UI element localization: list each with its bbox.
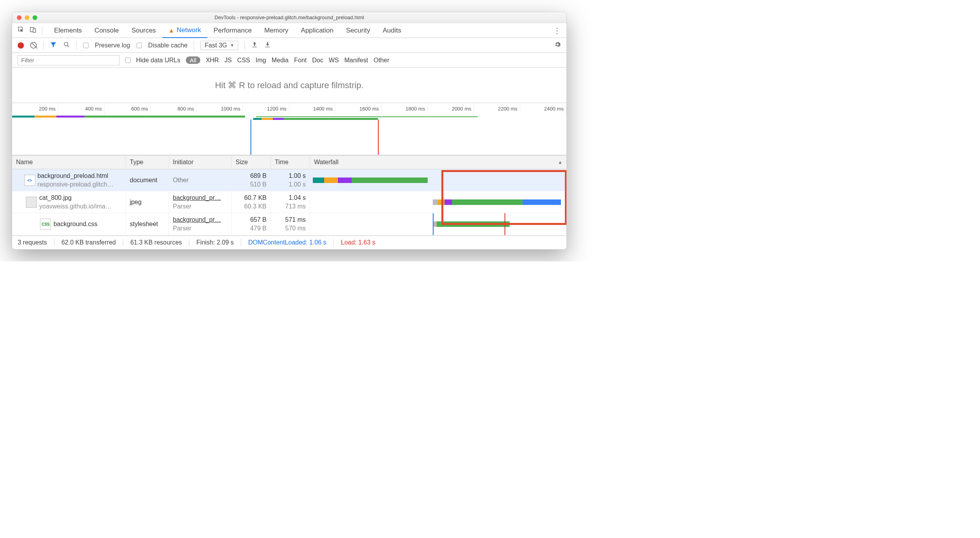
timeline-ruler: 200 ms400 ms600 ms800 ms1000 ms1200 ms14…	[12, 103, 566, 115]
svg-rect-1	[33, 29, 36, 32]
status-requests: 3 requests	[18, 239, 47, 246]
col-size[interactable]: Size	[232, 155, 271, 169]
col-waterfall[interactable]: Waterfall▲	[310, 155, 566, 169]
filter-input[interactable]	[18, 55, 120, 65]
settings-icon[interactable]	[554, 41, 561, 49]
overview-lanes	[12, 120, 566, 155]
clear-button[interactable]	[30, 42, 37, 49]
dcl-marker	[250, 120, 251, 155]
col-time[interactable]: Time	[271, 155, 310, 169]
tab-application[interactable]: Application	[295, 23, 340, 38]
tab-sources[interactable]: Sources	[125, 23, 162, 38]
overview-timeline[interactable]: 200 ms400 ms600 ms800 ms1000 ms1200 ms14…	[12, 103, 566, 155]
inspect-icon[interactable]	[18, 26, 24, 35]
col-name[interactable]: Name	[12, 155, 126, 169]
col-type[interactable]: Type	[126, 155, 169, 169]
more-menu-icon[interactable]: ⋮	[553, 26, 561, 35]
html-file-icon: <>	[24, 175, 35, 186]
record-button[interactable]	[18, 42, 24, 49]
waterfall-bar	[310, 213, 566, 235]
titlebar: DevTools - responsive-preload.glitch.me/…	[12, 12, 566, 23]
tab-console[interactable]: Console	[88, 23, 125, 38]
filter-doc[interactable]: Doc	[312, 57, 323, 64]
tab-performance[interactable]: Performance	[207, 23, 258, 38]
sort-icon: ▲	[558, 159, 563, 165]
throttling-value: Fast 3G	[205, 42, 227, 49]
waterfall-bar	[310, 169, 566, 191]
minimize-icon[interactable]	[25, 15, 29, 20]
tab-memory[interactable]: Memory	[258, 23, 294, 38]
status-transferred: 62.0 KB transferred	[62, 239, 116, 246]
tab-elements[interactable]: Elements	[48, 23, 88, 38]
load-marker	[378, 120, 379, 155]
filter-css[interactable]: CSS	[237, 57, 250, 64]
tab-security[interactable]: Security	[340, 23, 376, 38]
search-icon[interactable]	[63, 41, 70, 50]
filter-img[interactable]: Img	[256, 57, 266, 64]
status-load: Load: 1.63 s	[341, 239, 375, 246]
filter-media[interactable]: Media	[272, 57, 289, 64]
disable-cache-checkbox[interactable]	[136, 43, 142, 48]
filter-xhr[interactable]: XHR	[206, 57, 219, 64]
hide-data-urls-label: Hide data URLs	[136, 57, 180, 64]
preserve-log-checkbox[interactable]	[83, 43, 89, 48]
hide-data-urls-checkbox[interactable]	[125, 58, 131, 63]
overview-bars	[12, 115, 566, 120]
network-toolbar: Preserve log Disable cache Fast 3G ▼	[12, 38, 566, 53]
filter-js[interactable]: JS	[224, 57, 232, 64]
filter-other[interactable]: Other	[374, 57, 389, 64]
col-initiator[interactable]: Initiator	[169, 155, 232, 169]
warning-icon: ▲	[169, 27, 174, 34]
filter-bar: Hide data URLs All XHR JS CSS Img Media …	[12, 53, 566, 68]
status-bar: 3 requests 62.0 KB transferred 61.3 KB r…	[12, 235, 566, 249]
tab-audits[interactable]: Audits	[376, 23, 407, 38]
window-controls	[12, 15, 37, 20]
status-resources: 61.3 KB resources	[130, 239, 182, 246]
status-dcl: DOMContentLoaded: 1.06 s	[248, 239, 326, 246]
preserve-log-label: Preserve log	[95, 42, 130, 49]
tab-network[interactable]: ▲Network	[162, 24, 207, 38]
devtools-window: DevTools - responsive-preload.glitch.me/…	[12, 12, 567, 250]
image-file-icon	[26, 197, 37, 208]
throttling-select[interactable]: Fast 3G ▼	[200, 41, 238, 50]
waterfall-bar	[310, 191, 566, 213]
chevron-down-icon: ▼	[230, 43, 234, 47]
request-table: Name Type Initiator Size Time Waterfall▲…	[12, 155, 566, 235]
close-icon[interactable]	[17, 15, 22, 20]
filter-toggle-icon[interactable]	[50, 41, 57, 50]
status-finish: Finish: 2.09 s	[196, 239, 234, 246]
filmstrip-hint: Hit ⌘ R to reload and capture filmstrip.	[12, 68, 566, 103]
svg-point-2	[64, 42, 68, 46]
filter-all[interactable]: All	[186, 56, 200, 64]
disable-cache-label: Disable cache	[148, 42, 188, 49]
filter-font[interactable]: Font	[294, 57, 307, 64]
device-toggle-icon[interactable]	[30, 26, 36, 35]
maximize-icon[interactable]	[33, 15, 37, 20]
main-tabs: Elements Console Sources ▲Network Perfor…	[12, 23, 566, 38]
css-file-icon: CSS	[40, 219, 51, 230]
upload-icon[interactable]	[251, 41, 258, 49]
filter-manifest[interactable]: Manifest	[344, 57, 368, 64]
download-icon[interactable]	[264, 41, 271, 49]
filter-ws[interactable]: WS	[329, 57, 339, 64]
window-title: DevTools - responsive-preload.glitch.me/…	[12, 14, 566, 20]
